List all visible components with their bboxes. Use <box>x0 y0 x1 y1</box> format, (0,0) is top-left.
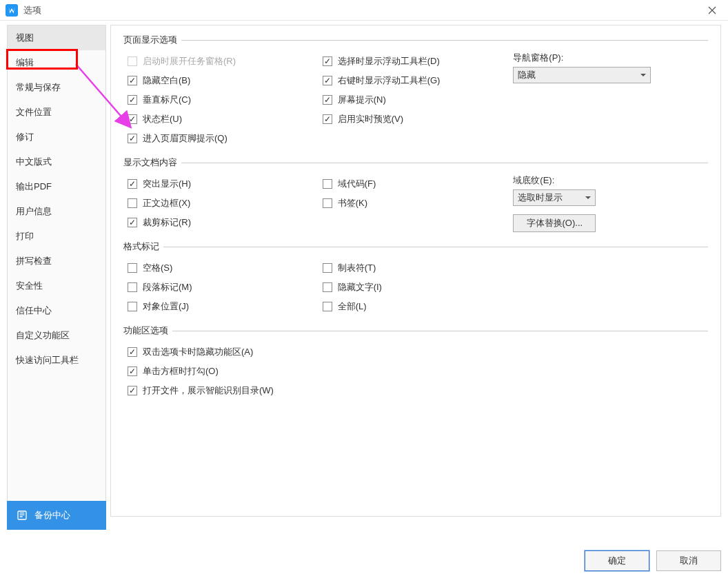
checkbox-label: 裁剪标记(R) <box>143 216 191 229</box>
checkbox-icon <box>128 134 137 143</box>
checkbox-icon <box>323 114 332 124</box>
checkbox-label: 制表符(T) <box>338 262 376 274</box>
nav-pane-select[interactable]: 隐藏 <box>513 67 651 83</box>
doc-content-option-2[interactable]: 裁剪标记(R) <box>123 213 318 232</box>
checkbox-label: 屏幕提示(N) <box>338 94 386 106</box>
checkbox-icon <box>128 179 137 189</box>
checkbox-label: 突出显示(H) <box>143 178 191 190</box>
checkbox-label: 隐藏文字(I) <box>338 281 382 293</box>
checkbox-label: 垂直标尺(C) <box>143 94 191 106</box>
sidebar-item-2[interactable]: 常规与保存 <box>8 75 105 100</box>
sidebar-item-11[interactable]: 信任中心 <box>8 298 105 323</box>
chevron-down-icon <box>585 196 591 199</box>
sidebar-item-13[interactable]: 快速访问工具栏 <box>8 348 105 373</box>
checkbox-label: 段落标记(M) <box>143 281 192 293</box>
page-display-option-2[interactable]: 垂直标尺(C) <box>123 90 318 110</box>
checkbox-label: 对象位置(J) <box>143 300 189 313</box>
window-title: 选项 <box>23 4 702 17</box>
checkbox-icon <box>128 367 137 376</box>
page-display-option-0[interactable]: 选择时显示浮动工具栏(D) <box>318 52 514 71</box>
group-format-marks: 格式标记 空格(S)段落标记(M)对象位置(J) 制表符(T)隐藏文字(I)全部… <box>123 240 708 316</box>
sidebar-item-4[interactable]: 修订 <box>8 125 105 149</box>
group-ribbon: 功能区选项 双击选项卡时隐藏功能区(A)单击方框时打勾(O)打开文件，展示智能识… <box>123 324 708 400</box>
checkbox-label: 空格(S) <box>143 262 172 274</box>
dialog-footer: 确定 取消 <box>585 550 721 571</box>
checkbox-icon <box>323 263 332 273</box>
group-legend: 显示文档内容 <box>123 156 181 169</box>
checkbox-icon <box>128 76 137 85</box>
sidebar-item-5[interactable]: 中文版式 <box>8 149 105 174</box>
group-legend: 功能区选项 <box>123 324 172 337</box>
cancel-button[interactable]: 取消 <box>656 550 721 571</box>
group-legend: 页面显示选项 <box>123 34 181 46</box>
field-shading-label: 域底纹(E): <box>513 174 708 187</box>
checkbox-icon <box>128 95 137 105</box>
font-substitution-button[interactable]: 字体替换(O)... <box>513 214 596 232</box>
doc-content-option-1[interactable]: 正文边框(X) <box>123 194 318 213</box>
sidebar-item-9[interactable]: 拼写检查 <box>8 249 105 273</box>
sidebar-item-0[interactable]: 视图 <box>8 25 105 50</box>
titlebar: 选项 <box>0 0 728 21</box>
checkbox-label: 启动时展开任务窗格(R) <box>143 55 236 68</box>
checkbox-label: 双击选项卡时隐藏功能区(A) <box>143 346 253 358</box>
format-mark-option-0[interactable]: 空格(S) <box>123 258 318 278</box>
page-display-option-0: 启动时展开任务窗格(R) <box>123 52 318 71</box>
checkbox-label: 单击方框时打勾(O) <box>143 365 219 378</box>
checkbox-label: 全部(L) <box>338 300 367 313</box>
doc-content-option-0[interactable]: 域代码(F) <box>318 174 514 194</box>
sidebar-item-6[interactable]: 输出PDF <box>8 174 105 199</box>
checkbox-label: 启用实时预览(V) <box>338 113 403 125</box>
format-mark-option-1[interactable]: 隐藏文字(I) <box>318 278 514 297</box>
checkbox-icon <box>323 95 332 105</box>
checkbox-icon <box>323 302 332 311</box>
sidebar-item-8[interactable]: 打印 <box>8 224 105 249</box>
ribbon-option-2[interactable]: 打开文件，展示智能识别目录(W) <box>123 381 708 400</box>
ok-button[interactable]: 确定 <box>585 550 649 571</box>
ribbon-option-1[interactable]: 单击方框时打勾(O) <box>123 362 708 381</box>
checkbox-icon <box>128 263 137 273</box>
checkbox-label: 选择时显示浮动工具栏(D) <box>338 55 440 68</box>
app-icon <box>6 4 18 17</box>
page-display-option-3[interactable]: 启用实时预览(V) <box>318 110 514 129</box>
page-display-option-1[interactable]: 隐藏空白(B) <box>123 71 318 90</box>
checkbox-icon <box>128 218 137 227</box>
checkbox-icon <box>128 56 137 66</box>
close-button[interactable] <box>702 0 722 21</box>
page-display-option-3[interactable]: 状态栏(U) <box>123 110 318 129</box>
group-legend: 格式标记 <box>123 240 163 253</box>
checkbox-icon <box>323 179 332 189</box>
sidebar-item-3[interactable]: 文件位置 <box>8 100 105 125</box>
sidebar-item-12[interactable]: 自定义功能区 <box>8 323 105 348</box>
sidebar-item-7[interactable]: 用户信息 <box>8 199 105 224</box>
checkbox-label: 右键时显示浮动工具栏(G) <box>338 74 441 87</box>
checkbox-label: 域代码(F) <box>338 178 376 190</box>
page-display-option-1[interactable]: 右键时显示浮动工具栏(G) <box>318 71 514 90</box>
checkbox-label: 状态栏(U) <box>143 113 182 125</box>
doc-content-option-0[interactable]: 突出显示(H) <box>123 174 318 194</box>
chevron-down-icon <box>640 74 646 76</box>
checkbox-icon <box>128 198 137 208</box>
checkbox-label: 正文边框(X) <box>143 197 190 209</box>
sidebar-item-10[interactable]: 安全性 <box>8 273 105 298</box>
page-display-option-2[interactable]: 屏幕提示(N) <box>318 90 514 110</box>
format-mark-option-1[interactable]: 段落标记(M) <box>123 278 318 297</box>
group-page-display: 页面显示选项 启动时展开任务窗格(R)隐藏空白(B)垂直标尺(C)状态栏(U)进… <box>123 34 708 148</box>
checkbox-icon <box>323 76 332 85</box>
checkbox-label: 打开文件，展示智能识别目录(W) <box>143 384 274 397</box>
page-display-option-4[interactable]: 进入页眉页脚提示(Q) <box>123 129 318 148</box>
format-mark-option-2[interactable]: 全部(L) <box>318 297 514 316</box>
checkbox-label: 书签(K) <box>338 197 367 209</box>
ribbon-option-0[interactable]: 双击选项卡时隐藏功能区(A) <box>123 342 708 362</box>
checkbox-icon <box>128 386 137 395</box>
checkbox-icon <box>128 302 137 311</box>
nav-pane-label: 导航窗格(P): <box>513 52 708 64</box>
backup-center-button[interactable]: 备份中心 <box>7 501 106 530</box>
sidebar: 视图编辑常规与保存文件位置修订中文版式输出PDF用户信息打印拼写检查安全性信任中… <box>7 25 106 517</box>
format-mark-option-2[interactable]: 对象位置(J) <box>123 297 318 316</box>
field-shading-select[interactable]: 选取时显示 <box>513 189 596 206</box>
checkbox-icon <box>323 282 332 292</box>
format-mark-option-0[interactable]: 制表符(T) <box>318 258 514 278</box>
checkbox-label: 进入页眉页脚提示(Q) <box>143 132 228 145</box>
doc-content-option-1[interactable]: 书签(K) <box>318 194 514 213</box>
sidebar-item-1[interactable]: 编辑 <box>8 50 105 75</box>
